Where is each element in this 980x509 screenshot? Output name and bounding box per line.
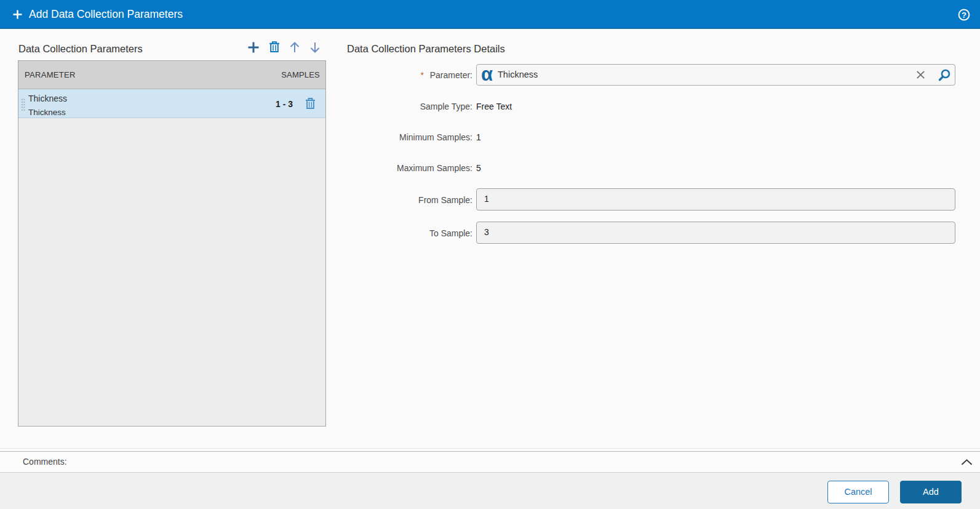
svg-text:?: ? — [962, 10, 966, 20]
